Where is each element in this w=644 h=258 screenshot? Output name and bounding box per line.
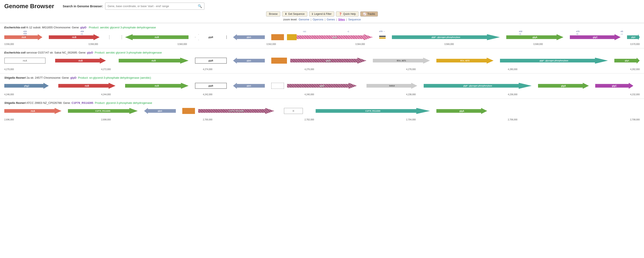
zoom-sequence[interactable]: Sequence bbox=[348, 18, 361, 21]
legend-filter-button[interactable]: ℹ Legend & Filter bbox=[309, 12, 334, 16]
gene-glpG-1[interactable]: glpG bbox=[233, 34, 265, 40]
search-box: 🔍 bbox=[105, 2, 204, 10]
zoom-label: zoom level: bbox=[283, 18, 297, 21]
gene-label-4: Gene: bbox=[63, 101, 72, 104]
org-suffix-4: ATCC 29903 NZ_CP026788: bbox=[26, 101, 63, 104]
gene-ecs4272-2[interactable]: ECs_4272 bbox=[436, 58, 494, 64]
gene-dashes-3 bbox=[271, 83, 284, 89]
section-header-4: Shigella flexneri ATCC 29903 NZ_CP026788… bbox=[0, 100, 644, 105]
gene-c1p79-14300-4[interactable]: C1P79_RS14300 bbox=[316, 108, 430, 114]
zoom-operons[interactable]: Operons bbox=[313, 18, 324, 21]
gene-ecs4271-2[interactable]: ECs_4271 bbox=[373, 58, 430, 64]
gene-glpG-2[interactable]: glpG bbox=[233, 58, 265, 64]
zoom-sites[interactable]: Sites bbox=[338, 18, 345, 21]
org-name-2: Escherichia coli bbox=[4, 51, 26, 54]
gene-glgP-3[interactable]: glgP : glycogen phosphorylase bbox=[424, 83, 532, 89]
gene-name-1: glpD bbox=[80, 26, 86, 29]
get-sequence-button[interactable]: ⬇ Get Sequence bbox=[282, 12, 308, 16]
gene-name-4: C1P79_RS14285 bbox=[72, 101, 93, 104]
gene-glgC-3[interactable]: glgC bbox=[595, 83, 633, 89]
org-name-3: Shigella flexneri bbox=[4, 76, 26, 79]
gene-glpD-3[interactable]: glpD bbox=[287, 83, 357, 89]
section-ecoli-mg1655: Escherichia coli K-12 substr. MG1655 Chr… bbox=[0, 23, 644, 48]
zoom-genes[interactable]: Genes bbox=[327, 18, 335, 21]
coords-3: 4,246,000 4,244,000 4,242,000 4,240,000 … bbox=[4, 93, 640, 97]
gene-rtcB-2[interactable]: rtcB bbox=[55, 58, 106, 64]
gene-c1p79-14285-4[interactable]: C1P79_RS14285 bbox=[198, 108, 274, 114]
app-title: Genome Browser bbox=[4, 3, 54, 10]
section-shigella-atcc: Shigella flexneri ATCC 29903 NZ_CP026788… bbox=[0, 98, 644, 124]
gene-rtcA-2[interactable]: rtcA bbox=[4, 58, 46, 64]
gene-c1p79-14265-4[interactable]: C1P79_RS14265 bbox=[68, 108, 138, 114]
terminator-1 bbox=[109, 35, 122, 39]
gene-glpD-1[interactable]: glpD bbox=[297, 34, 373, 40]
section-ecoli-o157: Escherichia coli servovar O157:H7 str. S… bbox=[0, 48, 644, 73]
gene-xmark-4: ✕ bbox=[284, 108, 303, 114]
quick-help-button[interactable]: ❓ Quick Help bbox=[336, 12, 358, 16]
gene-rtcB-3[interactable]: rtcB bbox=[58, 83, 116, 89]
gene-glpR-3[interactable]: glpR bbox=[195, 83, 227, 89]
gene-glpG-3[interactable]: glpG bbox=[233, 83, 265, 89]
gene-rtcB-1[interactable]: rtcB bbox=[49, 34, 100, 40]
browse-button[interactable]: Browse bbox=[266, 12, 280, 16]
zoom-genome[interactable]: Genome bbox=[298, 18, 309, 21]
gene-label-1: Gene: bbox=[72, 26, 80, 29]
product-label-1 bbox=[87, 26, 88, 29]
genes-track-4: rtcA C1P79_RS14265 glpG C1P79_RS14285 ✕ … bbox=[4, 108, 640, 114]
tracks-button[interactable]: 📈 Tracks bbox=[360, 12, 378, 16]
gene-orange-4[interactable] bbox=[182, 108, 195, 114]
gene-name-2: glpD bbox=[87, 51, 93, 54]
gene-glgC-1[interactable]: glgC bbox=[570, 34, 620, 40]
gene-glgX-1[interactable]: glgX bbox=[627, 34, 640, 40]
coords-2: 4,270,000 4,272,000 4,274,000 4,276,000 … bbox=[4, 68, 640, 72]
gene-name-3: glpD bbox=[70, 76, 76, 79]
gene-glpR-1[interactable]: glpR bbox=[195, 34, 227, 40]
product-4: Product: glycerol-3-phosphate dehydrogen… bbox=[94, 101, 152, 104]
coords-4: 2,696,000 2,698,000 2,700,000 2,702,000 … bbox=[4, 118, 640, 122]
sigma-signal-3: ◁◁ bbox=[303, 30, 306, 32]
gene-glgP-1[interactable]: glgP : glycogen phosphorylase bbox=[392, 34, 500, 40]
gene-orange-1[interactable] bbox=[271, 34, 284, 40]
gene-s4313-3[interactable]: S4313 bbox=[366, 83, 417, 89]
org-suffix-2: servovar O157:H7 str. Sakai NC_002695: bbox=[26, 51, 79, 54]
gene-rtcA-4[interactable]: rtcA bbox=[4, 108, 62, 114]
gene-glgA-3[interactable]: glgA bbox=[538, 83, 589, 89]
genes-track-1: rtcA rtcB rtcR glpR glpG bbox=[4, 34, 640, 41]
coords-1: 3,556,000 3,558,000 3,560,000 3,562,000 … bbox=[4, 43, 640, 46]
org-suffix-1: K-12 substr. MG1655 Chromosome: bbox=[26, 26, 72, 29]
genes-track-2: rtcA rtcB rtcR glpR glpG glpD bbox=[4, 58, 640, 64]
gene-marks-1 bbox=[379, 34, 386, 40]
org-name-1: Escherichia coli bbox=[4, 26, 26, 29]
search-button[interactable]: 🔍 bbox=[196, 3, 204, 10]
product-1: Product: aerobic glycerol 3-phosphate de… bbox=[89, 26, 156, 29]
search-input[interactable] bbox=[105, 3, 196, 9]
gene-rtcA-1[interactable]: rtcA bbox=[4, 34, 42, 40]
gene-label-2: Gene: bbox=[78, 51, 87, 54]
org-suffix-3: 2a str. 2457T Chromosome: bbox=[26, 76, 62, 79]
sigma-signal-5: σ70 → bbox=[379, 30, 385, 32]
section-header-2: Escherichia coli servovar O157:H7 str. S… bbox=[0, 50, 644, 55]
gene-rtcR-1[interactable]: rtcR bbox=[125, 34, 189, 40]
section-header-3: Shigella flexneri 2a str. 2457T Chromoso… bbox=[0, 75, 644, 80]
gene-glpR-2[interactable]: glpR bbox=[195, 58, 227, 64]
gene-rtcR-3[interactable]: rtcR bbox=[125, 83, 189, 89]
gene-label-3: Gene: bbox=[62, 76, 70, 79]
org-name-4: Shigella flexneri bbox=[4, 101, 26, 104]
gene-glgA-4[interactable]: glgA bbox=[436, 108, 487, 114]
gene-orange-2[interactable] bbox=[271, 58, 287, 64]
gene-rtcR-2[interactable]: rtcR bbox=[119, 58, 188, 64]
sigma-signal-4: ◁ bbox=[347, 30, 349, 32]
gene-yellow-1[interactable] bbox=[287, 34, 296, 40]
gene-glgA-2[interactable]: glgA bbox=[614, 58, 640, 64]
zoom-bar: zoom level: Genome | Operons | Genes | S… bbox=[4, 18, 640, 21]
gene-glpG-4[interactable]: glpG bbox=[144, 108, 176, 114]
toolbar: Browse ⬇ Get Sequence ℹ Legend & Filter … bbox=[4, 12, 640, 16]
gene-glpD-2[interactable]: glpD bbox=[290, 58, 366, 64]
section-header-1: Escherichia coli K-12 substr. MG1655 Chr… bbox=[0, 25, 644, 30]
gene-glgP-2[interactable]: glgP : glycogen phosphorylase bbox=[500, 58, 608, 64]
gene-yhgJ-3[interactable]: yhgJ bbox=[4, 83, 49, 89]
product-2: Product: aerobic glycerol 3-phosphate de… bbox=[94, 51, 162, 54]
product-3: Product: sn-glycerol-3-phosphate dehydro… bbox=[77, 76, 151, 79]
search-label: Search in Genome Browser: bbox=[63, 4, 103, 8]
gene-glgA-1[interactable]: glgA bbox=[506, 34, 564, 40]
